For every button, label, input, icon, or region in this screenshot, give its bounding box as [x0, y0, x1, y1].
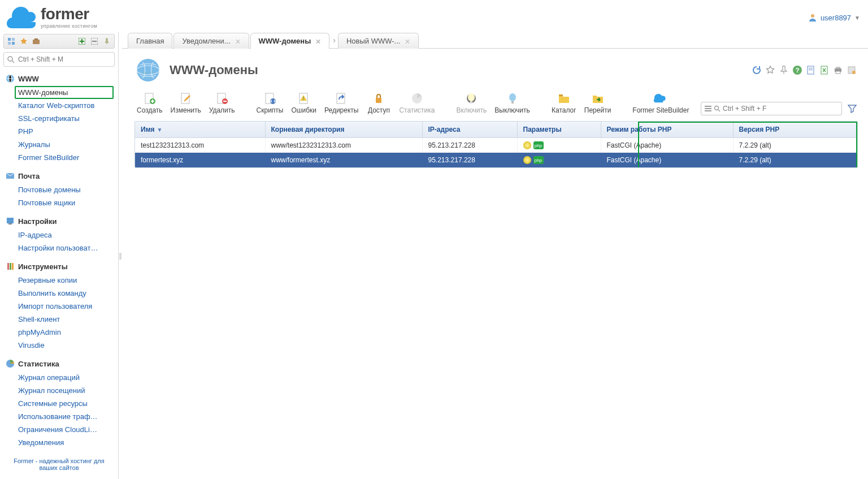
- tree-item[interactable]: PHP: [15, 125, 114, 138]
- tree-item[interactable]: Уведомления: [15, 436, 114, 449]
- tree-item[interactable]: Настройки пользоват…: [15, 241, 114, 254]
- section-title: Почта: [18, 172, 40, 180]
- section-icon: [6, 171, 15, 180]
- export-doc-icon[interactable]: [806, 65, 816, 75]
- column-header[interactable]: Режим работы PHP: [601, 122, 733, 138]
- tree-item[interactable]: Почтовые ящики: [15, 196, 114, 209]
- search-icon: [7, 56, 15, 63]
- tree-item[interactable]: IP-адреса: [15, 228, 114, 241]
- briefcase-icon[interactable]: [31, 36, 41, 46]
- tree-section-header[interactable]: Настройки: [5, 215, 114, 227]
- grid-search-input[interactable]: [723, 105, 838, 113]
- cell-phpmode: FastCGI (Apache): [601, 153, 733, 167]
- tree-item[interactable]: Virusdie: [15, 339, 114, 352]
- tree-item[interactable]: phpMyAdmin: [15, 326, 114, 339]
- close-icon[interactable]: ⨯: [315, 37, 321, 45]
- tree-item[interactable]: WWW-домены: [15, 86, 114, 99]
- home-icon[interactable]: [6, 36, 16, 46]
- tab[interactable]: WWW-домены⨯: [250, 33, 330, 49]
- tree-item[interactable]: Журналы: [15, 138, 114, 151]
- close-icon[interactable]: ⨯: [235, 37, 241, 45]
- tab-label: Уведомлени...: [182, 37, 230, 45]
- tree-item[interactable]: Почтовые домены: [15, 183, 114, 196]
- user-name: user8897: [821, 14, 851, 22]
- column-label: Версия PHP: [739, 126, 780, 133]
- tree-item[interactable]: Каталог Web-скриптов: [15, 99, 114, 112]
- tree-item[interactable]: SSL-сертификаты: [15, 112, 114, 125]
- tree-item[interactable]: Выполнить команду: [15, 287, 114, 300]
- collapse-all-icon[interactable]: [89, 36, 99, 46]
- tree-section-header[interactable]: Инструменты: [5, 260, 114, 273]
- toolbar-button[interactable]: Ошибки: [289, 90, 319, 115]
- column-header[interactable]: Корневая директория: [265, 122, 422, 138]
- table-row[interactable]: test1232312313.comwww/test1232312313.com…: [135, 138, 857, 153]
- svg-text:?: ?: [796, 67, 800, 74]
- toolbar-button[interactable]: Удалить: [207, 90, 237, 115]
- svg-point-53: [715, 106, 719, 110]
- toolbar-icon: [410, 92, 424, 105]
- toolbar-button[interactable]: Former SiteBuilder: [630, 90, 691, 115]
- sidebar-footer[interactable]: Former - надежный хостинг для ваших сайт…: [3, 453, 115, 474]
- sidebar-search-input[interactable]: [18, 55, 111, 63]
- toolbar-button[interactable]: Скрипты: [254, 90, 286, 115]
- svg-rect-39: [303, 97, 304, 99]
- toolbar-button[interactable]: Создать: [134, 90, 165, 115]
- column-header[interactable]: IP-адреса: [422, 122, 517, 138]
- tab[interactable]: Уведомлени...⨯: [173, 33, 249, 49]
- tree-section-header[interactable]: Почта: [5, 170, 114, 182]
- filter-icon[interactable]: [847, 103, 858, 114]
- cell-root: www/formertest.xyz: [265, 153, 422, 167]
- tab[interactable]: Главная: [128, 33, 172, 49]
- toolbar-button[interactable]: Перейти: [582, 90, 614, 115]
- svg-rect-49: [559, 94, 563, 96]
- svg-rect-48: [511, 101, 514, 103]
- tree-item[interactable]: Журнал посещений: [15, 384, 114, 397]
- column-header[interactable]: Версия PHP: [733, 122, 857, 138]
- tree-item[interactable]: Резервные копии: [15, 274, 114, 287]
- tree-item[interactable]: Журнал операций: [15, 371, 114, 384]
- star-outline-icon[interactable]: [765, 65, 775, 75]
- tab-label: Новый WWW-...: [346, 37, 400, 45]
- star-icon[interactable]: [19, 36, 29, 46]
- svg-rect-16: [12, 263, 14, 270]
- sidebar-toolbar: [3, 34, 115, 49]
- pin-outline-icon[interactable]: [779, 65, 789, 75]
- toolbar-label: Редиректы: [324, 106, 358, 114]
- column-header[interactable]: Имя▼: [135, 122, 265, 138]
- svg-point-45: [468, 93, 475, 101]
- svg-rect-12: [7, 218, 14, 223]
- tree-item[interactable]: Shell-клиент: [15, 313, 114, 326]
- svg-point-30: [852, 71, 856, 74]
- refresh-icon[interactable]: [752, 65, 762, 75]
- print-icon[interactable]: [833, 65, 843, 75]
- toolbar-button[interactable]: Редиректы: [322, 90, 361, 115]
- tree-item[interactable]: Использование диска: [15, 449, 114, 453]
- user-menu[interactable]: user8897 ▼: [808, 13, 860, 22]
- toolbar-button[interactable]: Доступ: [364, 90, 393, 115]
- tree-section-header[interactable]: WWW: [5, 72, 114, 85]
- tree-item[interactable]: Использование траф…: [15, 410, 114, 423]
- export-xls-icon[interactable]: [819, 65, 830, 75]
- splitter[interactable]: [119, 32, 122, 479]
- tree-item[interactable]: Системные ресурсы: [15, 397, 114, 410]
- toolbar-button[interactable]: Выключить: [492, 90, 532, 115]
- toolbar-button[interactable]: Изменить: [168, 90, 203, 115]
- tree-section-header[interactable]: Статистика: [5, 357, 114, 370]
- pin-icon[interactable]: [102, 36, 112, 46]
- expand-all-icon[interactable]: [77, 36, 87, 46]
- tree-item[interactable]: Импорт пользователя: [15, 300, 114, 313]
- tree-item[interactable]: Former SiteBuilder: [15, 151, 114, 164]
- svg-rect-42: [376, 98, 381, 103]
- sidebar-search[interactable]: [3, 52, 115, 67]
- settings-icon[interactable]: [847, 65, 857, 75]
- cell-params: php: [517, 153, 601, 167]
- tree-item[interactable]: Ограничения CloudLi…: [15, 423, 114, 436]
- table-row[interactable]: formertest.xyzwww/formertest.xyz95.213.2…: [135, 153, 857, 167]
- toolbar-button[interactable]: Каталог: [549, 90, 579, 115]
- column-header[interactable]: Параметры: [517, 122, 601, 138]
- help-icon[interactable]: ?: [792, 65, 802, 75]
- close-icon[interactable]: ⨯: [405, 37, 410, 45]
- grid-search[interactable]: [701, 102, 842, 115]
- svg-rect-46: [470, 101, 472, 103]
- tab[interactable]: Новый WWW-...⨯: [338, 33, 419, 49]
